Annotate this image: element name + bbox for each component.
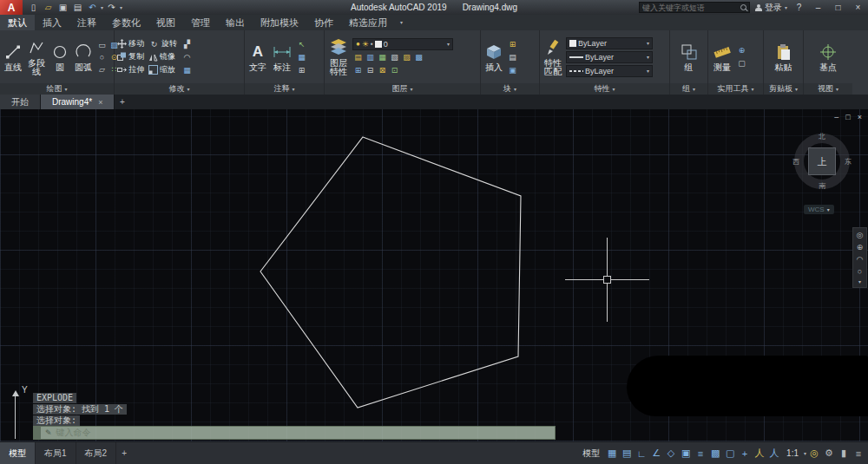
layer-isolate-icon[interactable]: ▥ <box>365 52 376 63</box>
layer-delete-icon[interactable]: ⊡ <box>389 65 400 76</box>
grid-toggle-icon[interactable]: ▦ <box>605 445 619 462</box>
layer-walk-icon[interactable]: ⊟ <box>365 65 376 76</box>
block-panel-label[interactable]: 块▾ <box>481 83 539 95</box>
block-editor-icon[interactable]: ▣ <box>507 64 518 75</box>
ellipse-icon[interactable]: ○ <box>96 51 108 62</box>
scale-button[interactable]: 缩放 <box>148 64 177 75</box>
array-icon[interactable]: ▦ <box>181 64 193 75</box>
ribbon-tab-output[interactable]: 输出 <box>218 15 253 30</box>
steering-wheel-icon[interactable]: ◎ <box>857 231 864 239</box>
line-button[interactable]: 直线 <box>3 42 23 72</box>
view-panel-label[interactable]: 视图▾ <box>804 83 852 95</box>
layer-prev-icon[interactable]: ▩ <box>413 52 424 63</box>
search-input[interactable] <box>642 3 738 12</box>
new-drawing-tab-button[interactable]: + <box>115 95 129 109</box>
new-layout-button[interactable]: + <box>116 442 132 464</box>
layer-merge-icon[interactable]: ⊠ <box>377 65 388 76</box>
layer-off-icon[interactable]: ▤ <box>352 52 364 63</box>
ribbon-tab-manage[interactable]: 管理 <box>183 15 218 30</box>
ribbon-tab-insert[interactable]: 插入 <box>35 15 69 30</box>
stretch-button[interactable]: 拉伸 <box>117 64 144 75</box>
isolate-objects-icon[interactable]: ◎ <box>807 445 821 462</box>
table-icon[interactable]: ▦ <box>296 51 307 62</box>
utilities-panel-label[interactable]: 实用工具▾ <box>708 83 763 95</box>
ribbon-tab-annotate[interactable]: 注释 <box>69 15 104 30</box>
ribbon-tab-addins[interactable]: 附加模块 <box>253 15 306 30</box>
pan-icon[interactable]: ⊕ <box>857 243 864 252</box>
viewport-minimize-icon[interactable]: – <box>834 113 838 121</box>
draw-panel-label[interactable]: 绘图▾ <box>0 83 114 95</box>
region-icon[interactable]: ▱ <box>96 63 108 75</box>
annotation-autoscale-icon[interactable]: 人 <box>767 445 781 462</box>
restore-button[interactable]: □ <box>831 2 845 14</box>
circle-button[interactable]: 圆 <box>49 42 70 72</box>
drawing-tab[interactable]: Drawing4* × <box>41 95 115 109</box>
dimension-button[interactable]: 标注 <box>271 42 293 72</box>
isodraft-toggle-icon[interactable]: ◇ <box>664 445 678 462</box>
lineweight-toggle-icon[interactable]: ≡ <box>694 445 707 462</box>
arc-button[interactable]: 圆弧 <box>73 42 94 72</box>
ribbon-tab-home[interactable]: 默认 <box>0 15 35 30</box>
status-model-button[interactable]: 模型 <box>578 445 604 462</box>
drawing-canvas[interactable]: – □ × 北 西 东 南 上 WCS ▾ ◎ ⊕ ◠ ○ ▾ Y <box>0 109 868 441</box>
open-file-icon[interactable]: ▱ <box>42 2 55 14</box>
search-icon[interactable] <box>740 4 746 10</box>
layer-properties-button[interactable]: 图层特性 <box>327 37 350 76</box>
zoom-icon[interactable]: ◠ <box>857 255 864 264</box>
new-file-icon[interactable]: ▯ <box>27 2 40 14</box>
object-color-select[interactable]: ByLayer ▾ <box>566 37 653 49</box>
edit-attributes-icon[interactable]: ▤ <box>507 51 518 62</box>
start-tab[interactable]: 开始 <box>0 95 41 109</box>
save-icon[interactable]: ▣ <box>56 2 69 14</box>
layer-freeze-icon[interactable]: ▦ <box>377 52 388 63</box>
command-prompt-text[interactable]: 键入命令 <box>56 427 91 439</box>
quick-select-icon[interactable]: ⊕ <box>736 45 747 56</box>
layout1-tab[interactable]: 布局1 <box>36 442 76 464</box>
annotate-panel-label[interactable]: 注释▾ <box>245 83 324 95</box>
compass-south-label[interactable]: 南 <box>819 181 825 191</box>
move-button[interactable]: 移动 <box>117 38 144 49</box>
clean-screen-icon[interactable]: ▮ <box>837 445 851 462</box>
groups-panel-label[interactable]: 组▾ <box>670 83 707 95</box>
customization-menu-icon[interactable]: ≡ <box>852 445 865 462</box>
transparency-toggle-icon[interactable]: ▩ <box>708 445 722 462</box>
paste-button[interactable]: 粘贴 <box>773 42 794 72</box>
ribbon-tab-featured[interactable]: 精选应用 <box>341 15 395 30</box>
object-snap-icon[interactable]: ▣ <box>679 445 693 462</box>
workspace-gear-icon[interactable]: ⚙ <box>822 445 836 462</box>
linetype-select[interactable]: ByLayer ▾ <box>566 65 653 77</box>
viewport-close-icon[interactable]: × <box>858 113 862 121</box>
wcs-selector[interactable]: WCS ▾ <box>804 205 834 214</box>
layout2-tab[interactable]: 布局2 <box>76 442 117 464</box>
copy-button[interactable]: 复制 <box>117 51 144 62</box>
navbar-more-icon[interactable]: ▾ <box>858 279 861 284</box>
compass-east-label[interactable]: 东 <box>845 157 852 167</box>
trim-icon[interactable]: ▞ <box>181 38 193 49</box>
model-tab[interactable]: 模型 <box>0 442 36 464</box>
minimize-button[interactable]: – <box>811 2 825 14</box>
redo-icon[interactable]: ↷ <box>105 2 118 14</box>
signin-button[interactable]: 登录 ▾ <box>755 2 787 14</box>
plot-icon[interactable]: ▤ <box>71 2 84 14</box>
rotate-button[interactable]: ↻旋转 <box>148 38 177 49</box>
base-point-button[interactable]: 基点 <box>818 42 838 72</box>
text-button[interactable]: A 文字 <box>247 42 268 72</box>
id-point-icon[interactable]: ▢ <box>736 58 747 69</box>
orbit-icon[interactable]: ○ <box>858 267 862 276</box>
undo-dropdown-icon[interactable]: ▾ <box>101 5 103 10</box>
undo-icon[interactable]: ↶ <box>86 2 99 14</box>
leader-icon[interactable]: ↖ <box>296 38 307 49</box>
help-search-box[interactable] <box>639 2 750 13</box>
autocad-logo-icon[interactable]: A <box>0 0 23 15</box>
layer-state-icon[interactable]: ⊞ <box>352 65 364 76</box>
insert-block-button[interactable]: 插入 <box>483 42 504 72</box>
viewcube-top-face[interactable]: 上 <box>808 147 836 175</box>
properties-panel-label[interactable]: 特性▾ <box>540 83 669 95</box>
drawing-tab-close-icon[interactable]: × <box>98 98 102 107</box>
create-block-icon[interactable]: ⊞ <box>507 38 518 49</box>
annotation-visibility-icon[interactable]: 人 <box>753 445 766 462</box>
lineweight-select[interactable]: ByLayer ▾ <box>566 51 653 63</box>
compass-west-label[interactable]: 西 <box>792 157 799 167</box>
ribbon-tab-parametric[interactable]: 参数化 <box>104 15 148 30</box>
ribbon-tab-view[interactable]: 视图 <box>148 15 183 30</box>
